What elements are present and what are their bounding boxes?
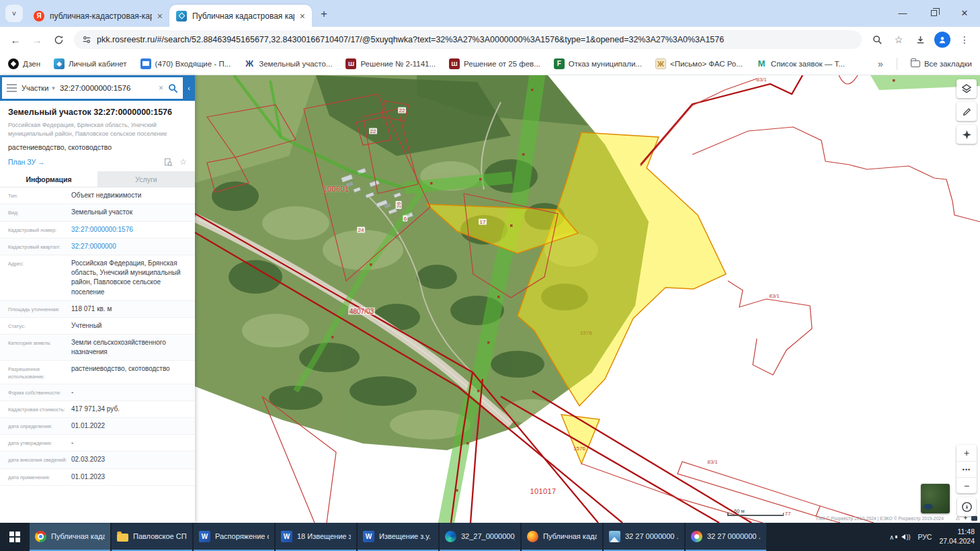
map-parcel-label: 101017 <box>530 487 556 495</box>
site-info-icon[interactable] <box>82 35 91 44</box>
new-tab-button[interactable]: + <box>315 5 333 24</box>
taskbar-app-word-1[interactable]: W Распоряжение о... <box>194 523 274 551</box>
zoom-more-button[interactable]: ••• <box>956 461 977 477</box>
tray-chevron-icon[interactable]: ∧ <box>889 534 894 541</box>
taskbar-app-edge[interactable]: 32_27_0000000_1... <box>440 523 520 551</box>
main-area: Участки ▾ 32:27:0000000:1576 × ‹ Земельн… <box>0 75 980 523</box>
windows-logo-icon <box>9 532 20 542</box>
bookmark-label: Решение № 2-1141... <box>360 60 436 68</box>
taskbar-app-word-3[interactable]: W Извещение з.у. З... <box>358 523 438 551</box>
doc-search-icon[interactable] <box>164 158 173 167</box>
forward-button[interactable]: → <box>27 30 47 50</box>
fullscreen-icon[interactable] <box>971 516 977 521</box>
locate-button[interactable] <box>956 125 977 144</box>
volume-icon[interactable]: )) <box>901 534 910 540</box>
taskbar-app-chrome[interactable]: Публичная када... <box>30 523 110 551</box>
bookmark-decision2[interactable]: Ш Решение от 25 фев... <box>449 58 540 69</box>
bookmark-inbox[interactable]: (470) Входящие - П... <box>140 58 231 69</box>
bookmark-parcel[interactable]: Ж Земельный участо... <box>244 58 332 69</box>
map-parcel-label: 100601 <box>323 185 349 193</box>
favorite-star-icon[interactable]: ☆ <box>179 157 187 167</box>
tab-close-icon[interactable]: × <box>157 11 163 22</box>
menu-kebab-icon[interactable]: ⋮ <box>957 34 972 45</box>
bookmark-decision1[interactable]: Ш Решение № 2-1141... <box>345 58 436 69</box>
cadastral-map[interactable]: 100601222226624174807/031576157610101783… <box>195 75 980 523</box>
bookmark-label: Дзен <box>23 60 40 68</box>
tab-title: публичная-кадастровая-карта <box>50 11 152 21</box>
field-row-cadastral-value: Кадастровая стоимость: 417 971,34 руб. <box>0 401 195 418</box>
close-button[interactable]: ✕ <box>949 0 980 26</box>
eagle-emblem-icon: Ж <box>244 58 255 69</box>
overview-minimap[interactable] <box>921 484 950 513</box>
m-logo-icon: M <box>756 58 767 69</box>
browser-tab-pkk[interactable]: Публичная кадастровая карта × <box>169 5 312 27</box>
folder-icon <box>911 60 920 67</box>
tab-search-button[interactable]: ˅ <box>5 5 23 22</box>
clear-search-icon[interactable]: × <box>159 83 163 93</box>
chevron-down-icon: ▾ <box>52 85 55 91</box>
cadastral-block-link[interactable]: 32:27:0000000 <box>71 242 195 251</box>
taskbar-app-paint[interactable]: 32 27 0000000 ... <box>686 523 766 551</box>
crosshair-icon[interactable]: + <box>964 515 967 521</box>
zoom-out-button[interactable]: − <box>956 477 977 493</box>
bookmark-requests[interactable]: M Список заявок — Т... <box>756 58 845 69</box>
bookmark-label: Список заявок — Т... <box>771 60 845 68</box>
tab-close-icon[interactable]: × <box>300 11 305 22</box>
map-parcel-label: 1576 <box>580 330 592 336</box>
url-text: pkk.rosreestr.ru/#/search/52.88463945165… <box>97 35 724 44</box>
reload-button[interactable] <box>48 30 69 50</box>
zoom-in-button[interactable]: + <box>956 445 977 461</box>
profile-avatar[interactable] <box>934 32 950 48</box>
download-icon[interactable] <box>913 35 928 45</box>
omnibox[interactable]: pkk.rosreestr.ru/#/search/52.88463945165… <box>74 30 862 49</box>
map-parcel-label: 83/1 <box>769 293 780 299</box>
folder-icon <box>117 534 128 542</box>
bookmark-refusal[interactable]: F Отказ муниципали... <box>554 58 642 69</box>
browser-tab-yandex[interactable]: Я публичная-кадастровая-карта × <box>27 5 169 27</box>
bookmark-cabinet[interactable]: ◆ Личный кабинет <box>54 58 127 69</box>
search-category-dropdown[interactable]: Участки ▾ <box>22 84 55 92</box>
taskbar-app-folder[interactable]: Павловское СП <box>112 523 192 551</box>
toolbar-actions: ☆ ⋮ <box>867 32 975 48</box>
search-input[interactable]: 32:27:0000000:1576 <box>60 84 154 92</box>
zoom-page-icon[interactable] <box>870 35 885 45</box>
paint-icon <box>691 531 702 542</box>
parcel-fields-table: Тип: Объект недвижимости Вид: Земельный … <box>0 187 195 523</box>
bookmark-dzen[interactable]: Дзен <box>8 58 40 69</box>
restore-button[interactable] <box>918 0 949 26</box>
map-parcel-label: 6 <box>403 216 407 222</box>
cadastral-number-link[interactable]: 32:27:0000000:1576 <box>71 225 195 235</box>
plan-zu-link[interactable]: План ЗУ → <box>8 158 45 166</box>
tab-information[interactable]: Информация <box>0 171 97 187</box>
clock[interactable]: 11:48 27.04.2024 <box>939 527 975 546</box>
field-row-type: Тип: Объект недвижимости <box>0 187 195 204</box>
panel-collapse-handle[interactable]: ‹ <box>185 77 193 99</box>
bookmark-label: (470) Входящие - П... <box>155 60 231 68</box>
back-button[interactable]: ← <box>5 30 26 50</box>
menu-hamburger-icon[interactable] <box>7 84 17 92</box>
parcel-address-summary: Российская Федерация, Брянская область, … <box>8 121 187 138</box>
taskbar-app-photos[interactable]: 32 27 0000000 ... <box>604 523 684 551</box>
taskbar-app-firefox[interactable]: Публичная када... <box>522 523 602 551</box>
chrome-icon <box>35 531 46 542</box>
all-bookmarks-button[interactable]: Все закладки <box>911 60 972 68</box>
tab-services[interactable]: Услуги <box>97 171 195 187</box>
language-indicator[interactable]: РУС <box>917 533 932 541</box>
home-icon[interactable]: ⌂ <box>956 515 959 521</box>
reload-icon <box>54 35 64 45</box>
search-icon[interactable] <box>168 83 178 93</box>
layers-button[interactable] <box>956 79 977 98</box>
taskbar-app-word-2[interactable]: W 18 Извещение з... <box>276 523 356 551</box>
firefox-icon <box>527 531 538 542</box>
identify-button[interactable] <box>957 497 976 516</box>
pencil-icon <box>962 107 972 117</box>
map-attribution: ПКК © Росреестр 2010-2024 | ЕЭКО © Росре… <box>817 516 944 521</box>
bookmarks-overflow-chevron[interactable]: » <box>878 58 883 69</box>
field-row-date-determined: дата определения: 01.01.2022 <box>0 418 195 435</box>
tab-title: Публичная кадастровая карта <box>192 11 294 21</box>
measure-button[interactable] <box>956 102 977 121</box>
bookmark-fas-letter[interactable]: Ж <Письмо> ФАС Ро... <box>655 58 743 69</box>
bookmark-star-icon[interactable]: ☆ <box>891 34 906 45</box>
start-button[interactable] <box>0 523 30 551</box>
minimize-button[interactable]: — <box>887 0 918 26</box>
